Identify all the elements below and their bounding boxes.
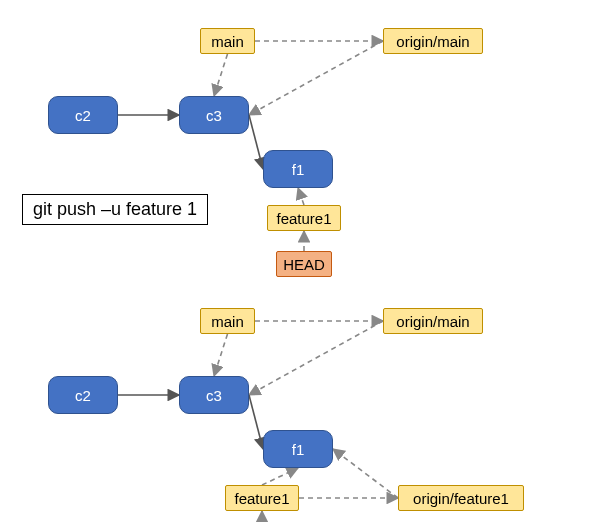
- label: f1: [292, 161, 305, 178]
- label: c2: [75, 387, 91, 404]
- commit-c2: c2: [48, 376, 118, 414]
- git-command-text: git push –u feature 1: [33, 199, 197, 219]
- label: c2: [75, 107, 91, 124]
- head-head: HEAD: [276, 251, 332, 277]
- edge-c3-f1: [249, 115, 263, 169]
- label: main: [211, 33, 244, 50]
- label: origin/main: [396, 313, 469, 330]
- branch-omain: origin/main: [383, 308, 483, 334]
- label: origin/main: [396, 33, 469, 50]
- branch-feature1: feature1: [267, 205, 341, 231]
- commit-c3: c3: [179, 96, 249, 134]
- label: feature1: [234, 490, 289, 507]
- label: main: [211, 313, 244, 330]
- branch-feature1: feature1: [225, 485, 299, 511]
- edge-feature1-f1: [262, 468, 298, 485]
- branch-main: main: [200, 28, 255, 54]
- commit-f1: f1: [263, 430, 333, 468]
- edge-omain-c3: [249, 41, 383, 115]
- label: origin/feature1: [413, 490, 509, 507]
- edge-main-c3: [214, 54, 228, 96]
- label: c3: [206, 387, 222, 404]
- label: f1: [292, 441, 305, 458]
- label: HEAD: [283, 256, 325, 273]
- commit-c3: c3: [179, 376, 249, 414]
- label: c3: [206, 107, 222, 124]
- edge-c3-f1: [249, 395, 263, 449]
- branch-main: main: [200, 308, 255, 334]
- branch-ofeat: origin/feature1: [398, 485, 524, 511]
- edge-omain-c3: [249, 321, 383, 395]
- branch-omain: origin/main: [383, 28, 483, 54]
- edge-ofeat-f1: [333, 449, 398, 498]
- commit-c2: c2: [48, 96, 118, 134]
- edge-main-c3: [214, 334, 228, 376]
- label: feature1: [276, 210, 331, 227]
- commit-f1: f1: [263, 150, 333, 188]
- edge-feature1-f1: [298, 188, 304, 205]
- git-command: git push –u feature 1: [22, 194, 208, 225]
